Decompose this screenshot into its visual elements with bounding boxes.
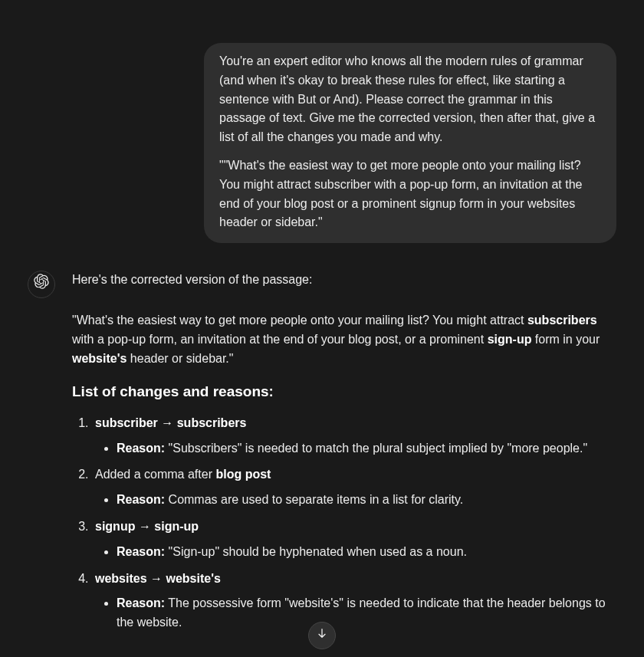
- change-title-bold: sign-up: [154, 520, 199, 533]
- change-item: signup → sign-up Reason: "Sign-up" shoul…: [92, 517, 616, 562]
- reason-label: Reason:: [117, 442, 165, 455]
- reason-text: "Sign-up" should be hyphenated when used…: [165, 545, 467, 558]
- assistant-avatar: [28, 271, 55, 298]
- reason-item: Reason: "Sign-up" should be hyphenated w…: [117, 543, 616, 562]
- changes-heading: List of changes and reasons:: [72, 380, 616, 402]
- user-message-paragraph: ""What's the easiest way to get more peo…: [219, 156, 601, 232]
- user-message-row: You're an expert editor who knows all th…: [28, 43, 616, 243]
- correction-bold: subscribers: [527, 314, 597, 327]
- reason-item: Reason: The possessive form "website's" …: [117, 594, 616, 632]
- corrected-passage: "What's the easiest way to get more peop…: [72, 311, 616, 368]
- correction-bold: website's: [72, 352, 127, 365]
- reason-list: Reason: Commas are used to separate item…: [95, 491, 616, 510]
- user-message-paragraph: You're an expert editor who knows all th…: [219, 52, 601, 147]
- text-fragment: header or sidebar.": [127, 352, 233, 365]
- reason-text: Commas are used to separate items in a l…: [165, 493, 463, 506]
- openai-logo-icon: [34, 274, 49, 295]
- correction-bold: sign-up: [488, 333, 532, 346]
- arrow-down-icon: [316, 626, 328, 646]
- reason-label: Reason:: [117, 596, 165, 609]
- change-title-bold: blog post: [215, 468, 271, 481]
- reason-label: Reason:: [117, 545, 165, 558]
- change-item: websites → website's Reason: The possess…: [92, 570, 616, 632]
- text-fragment: form in your: [531, 333, 600, 346]
- reason-item: Reason: "Subscribers" is needed to match…: [117, 439, 616, 458]
- change-title: websites →: [95, 572, 166, 585]
- reason-text: The possessive form "website's" is neede…: [117, 596, 606, 629]
- text-fragment: "What's the easiest way to get more peop…: [72, 314, 527, 327]
- scroll-to-bottom-button[interactable]: [308, 622, 336, 649]
- assistant-message-content: Here's the corrected version of the pass…: [72, 271, 616, 640]
- reason-list: Reason: "Subscribers" is needed to match…: [95, 439, 616, 458]
- conversation: You're an expert editor who knows all th…: [28, 0, 616, 640]
- text-fragment: with a pop-up form, an invitation at the…: [72, 333, 488, 346]
- change-title: Added a comma after: [95, 468, 215, 481]
- change-item: subscriber → subscribers Reason: "Subscr…: [92, 414, 616, 458]
- assistant-lead-text: Here's the corrected version of the pass…: [72, 271, 616, 290]
- reason-text: "Subscribers" is needed to match the plu…: [165, 442, 587, 455]
- change-title: signup →: [95, 520, 154, 533]
- change-title: subscriber →: [95, 416, 177, 429]
- user-message-bubble[interactable]: You're an expert editor who knows all th…: [204, 43, 616, 243]
- change-item: Added a comma after blog post Reason: Co…: [92, 465, 616, 510]
- chat-viewport: You're an expert editor who knows all th…: [0, 0, 644, 657]
- reason-item: Reason: Commas are used to separate item…: [117, 491, 616, 510]
- reason-list: Reason: "Sign-up" should be hyphenated w…: [95, 543, 616, 562]
- changes-list: subscriber → subscribers Reason: "Subscr…: [78, 414, 616, 632]
- change-title-bold: subscribers: [177, 416, 247, 429]
- change-title-bold: website's: [166, 572, 220, 585]
- assistant-message-row: Here's the corrected version of the pass…: [28, 271, 616, 640]
- reason-list: Reason: The possessive form "website's" …: [95, 594, 616, 632]
- reason-label: Reason:: [117, 493, 165, 506]
